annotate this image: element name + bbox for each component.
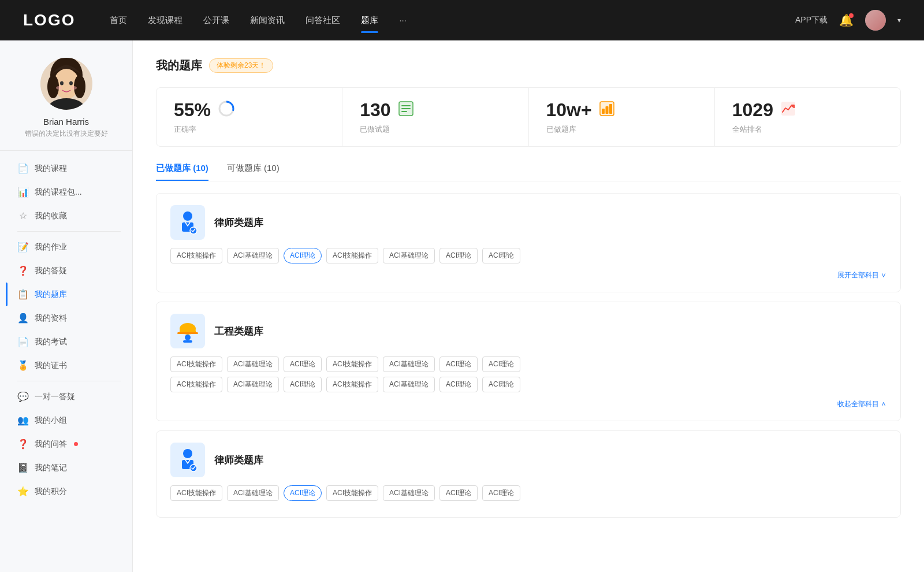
sidebar-item-homework[interactable]: 📝 我的作业 xyxy=(6,235,132,259)
tag-1-5[interactable]: ACI基础理论 xyxy=(383,248,435,263)
nav-more[interactable]: ··· xyxy=(399,13,407,28)
tag-3-1[interactable]: ACI技能操作 xyxy=(170,485,222,501)
bank-card-header-1: 律师类题库 xyxy=(170,205,886,240)
sidebar-item-course-package[interactable]: 📊 我的课程包... xyxy=(6,180,132,204)
tag-3-7[interactable]: ACI理论 xyxy=(482,485,520,501)
homework-label: 我的作业 xyxy=(35,242,67,252)
sidebar-item-points[interactable]: ⭐ 我的积分 xyxy=(6,480,132,503)
tag-2-8[interactable]: ACI技能操作 xyxy=(170,377,222,392)
tag-1-2[interactable]: ACI基础理论 xyxy=(227,248,279,263)
tag-3-5[interactable]: ACI基础理论 xyxy=(383,485,435,501)
svg-rect-23 xyxy=(781,102,795,116)
svg-rect-20 xyxy=(602,109,605,114)
sidebar-username: Brian Harris xyxy=(43,117,89,127)
lawyer-bank-icon-2 xyxy=(170,443,205,477)
stat-done-questions: 130 已做试题 xyxy=(342,88,528,146)
sidebar-item-my-qa[interactable]: ❓ 我的问答 xyxy=(6,432,132,456)
tag-2-9[interactable]: ACI基础理论 xyxy=(227,377,279,392)
sidebar-item-profile[interactable]: 👤 我的资料 xyxy=(6,306,132,330)
tag-2-4[interactable]: ACI技能操作 xyxy=(326,356,378,372)
sidebar-bio: 错误的决定比没有决定要好 xyxy=(25,129,108,139)
accuracy-chart-icon xyxy=(218,100,235,121)
logo: LOGO xyxy=(23,11,75,29)
collapse-link[interactable]: 收起全部科目 ∧ xyxy=(170,397,886,409)
sidebar-item-questions[interactable]: ❓ 我的答疑 xyxy=(6,259,132,283)
bank-title-2: 工程类题库 xyxy=(214,325,263,338)
stat-done-questions-label: 已做试题 xyxy=(360,124,511,135)
tag-1-6[interactable]: ACI理论 xyxy=(439,248,478,263)
course-package-icon: 📊 xyxy=(17,187,29,198)
notification-bell[interactable]: 🔔 xyxy=(839,13,854,27)
stat-accuracy-top: 55% xyxy=(174,99,325,121)
tag-2-6[interactable]: ACI理论 xyxy=(439,356,478,372)
app-download-button[interactable]: APP下载 xyxy=(795,15,828,25)
tag-2-3[interactable]: ACI理论 xyxy=(284,356,322,372)
sidebar-item-my-courses[interactable]: 📄 我的课程 xyxy=(6,157,132,180)
sidebar-item-favorites[interactable]: ☆ 我的收藏 xyxy=(6,204,132,228)
svg-point-10 xyxy=(71,86,77,90)
page-title: 我的题库 xyxy=(156,58,202,73)
stat-accuracy: 55% 正确率 xyxy=(157,88,342,146)
tag-2-13[interactable]: ACI理论 xyxy=(439,377,478,392)
sidebar-item-tutoring[interactable]: 💬 一对一答疑 xyxy=(6,385,132,408)
stat-ranking-value: 1029 xyxy=(732,99,773,121)
tag-2-14[interactable]: ACI理论 xyxy=(482,377,520,392)
tag-2-10[interactable]: ACI理论 xyxy=(284,377,322,392)
stat-done-banks-top: 10w+ xyxy=(546,99,697,121)
stats-row: 55% 正确率 130 xyxy=(156,87,901,147)
sidebar-item-groups[interactable]: 👥 我的小组 xyxy=(6,408,132,432)
chevron-down-icon[interactable]: ▾ xyxy=(897,16,901,24)
ranking-icon xyxy=(780,101,796,120)
tag-3-3[interactable]: ACI理论 xyxy=(284,485,322,501)
sidebar-item-certificates[interactable]: 🏅 我的证书 xyxy=(6,354,132,377)
nav-qa[interactable]: 问答社区 xyxy=(305,13,340,28)
my-courses-icon: 📄 xyxy=(17,163,29,174)
nav-question-bank[interactable]: 题库 xyxy=(361,13,378,28)
tutoring-icon: 💬 xyxy=(17,391,29,402)
course-package-label: 我的课程包... xyxy=(35,187,82,198)
nav-discover[interactable]: 发现课程 xyxy=(148,13,182,28)
nav-menu: 首页 发现课程 公开课 新闻资讯 问答社区 题库 ··· xyxy=(110,13,795,28)
bank-card-header-3: 律师类题库 xyxy=(170,443,886,477)
avatar[interactable] xyxy=(865,10,886,31)
tag-1-1[interactable]: ACI技能操作 xyxy=(170,248,222,263)
tab-available-banks[interactable]: 可做题库 (10) xyxy=(227,163,280,181)
tag-2-11[interactable]: ACI技能操作 xyxy=(326,377,378,392)
tag-3-4[interactable]: ACI技能操作 xyxy=(326,485,378,501)
question-bank-label: 我的题库 xyxy=(35,289,67,300)
tag-2-1[interactable]: ACI技能操作 xyxy=(170,356,222,372)
content-area: 我的题库 体验剩余23天！ 55% 正确率 13 xyxy=(133,40,924,572)
sidebar-item-exams[interactable]: 📄 我的考试 xyxy=(6,330,132,354)
bank-title-1: 律师类题库 xyxy=(214,216,263,229)
bank-tags-row-2b: ACI技能操作 ACI基础理论 ACI理论 ACI技能操作 ACI基础理论 AC… xyxy=(170,377,886,392)
tag-3-6[interactable]: ACI理论 xyxy=(439,485,478,501)
stat-accuracy-label: 正确率 xyxy=(174,124,325,135)
svg-rect-21 xyxy=(605,106,608,114)
tag-2-7[interactable]: ACI理论 xyxy=(482,356,520,372)
tag-1-7[interactable]: ACI理论 xyxy=(482,248,520,263)
tag-2-5[interactable]: ACI基础理论 xyxy=(383,356,435,372)
qa-notification-dot xyxy=(74,442,78,446)
tag-2-12[interactable]: ACI基础理论 xyxy=(383,377,435,392)
tag-1-3[interactable]: ACI理论 xyxy=(284,248,322,263)
tab-done-banks[interactable]: 已做题库 (10) xyxy=(156,163,208,181)
nav-open-course[interactable]: 公开课 xyxy=(203,13,229,28)
sidebar-item-question-bank[interactable]: 📋 我的题库 xyxy=(6,283,132,306)
nav-news[interactable]: 新闻资讯 xyxy=(250,13,285,28)
tag-3-2[interactable]: ACI基础理论 xyxy=(227,485,279,501)
question-bank-icon: 📋 xyxy=(17,289,29,300)
stat-done-banks: 10w+ 已做题库 xyxy=(529,88,715,146)
bank-title-3: 律师类题库 xyxy=(214,454,263,467)
divider-2 xyxy=(17,381,121,381)
nav-home[interactable]: 首页 xyxy=(110,13,127,28)
homework-icon: 📝 xyxy=(17,242,29,252)
tag-2-2[interactable]: ACI基础理论 xyxy=(227,356,279,372)
expand-link-1[interactable]: 展开全部科目 ∨ xyxy=(170,268,886,280)
svg-point-30 xyxy=(185,335,191,340)
sidebar-item-notes[interactable]: 📓 我的笔记 xyxy=(6,456,132,480)
bank-tags-row-3: ACI技能操作 ACI基础理论 ACI理论 ACI技能操作 ACI基础理论 AC… xyxy=(170,485,886,501)
notes-label: 我的笔记 xyxy=(35,463,67,473)
tag-1-4[interactable]: ACI技能操作 xyxy=(326,248,378,263)
profile-label: 我的资料 xyxy=(35,313,67,324)
svg-point-9 xyxy=(56,86,62,90)
